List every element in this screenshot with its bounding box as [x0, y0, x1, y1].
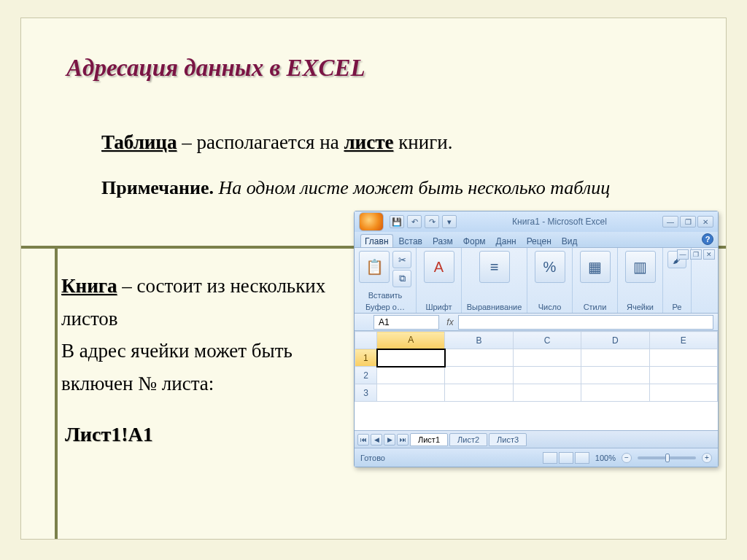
undo-icon[interactable]: ↶ — [407, 215, 422, 228]
sheet-tab-bar: ⏮ ◀ ▶ ⏭ Лист1 Лист2 Лист3 — [355, 430, 718, 448]
view-normal-icon[interactable] — [543, 452, 557, 464]
excel-window: 💾 ↶ ↷ ▾ Книга1 - Microsoft Excel — ❐ ✕ Г… — [354, 211, 719, 467]
cell[interactable] — [445, 384, 513, 402]
tab-home[interactable]: Главн — [360, 234, 393, 247]
paragraph-note: Примечание. На одном листе может быть не… — [101, 175, 670, 201]
cell[interactable] — [445, 349, 513, 367]
name-box[interactable]: A1 — [374, 315, 439, 330]
tab-data[interactable]: Данн — [492, 234, 521, 247]
office-button[interactable] — [359, 212, 384, 231]
tab-formulas[interactable]: Форм — [459, 234, 490, 247]
maximize-icon[interactable]: ❐ — [680, 216, 696, 228]
view-page-layout-icon[interactable] — [559, 452, 573, 464]
cell[interactable] — [445, 367, 513, 384]
align-icon[interactable]: ≡ — [479, 251, 510, 283]
cells-icon[interactable]: ▥ — [625, 251, 656, 283]
worksheet-grid[interactable]: A B C D E 1 2 — [355, 331, 718, 430]
col-header-e[interactable]: E — [649, 332, 717, 349]
number-icon[interactable]: % — [535, 251, 565, 283]
group-label-editing: Ре — [673, 303, 682, 311]
word-table: Таблица — [101, 131, 177, 153]
help-icon[interactable]: ? — [702, 233, 713, 245]
tab-layout[interactable]: Разм — [428, 234, 457, 247]
titlebar: 💾 ↶ ↷ ▾ Книга1 - Microsoft Excel — ❐ ✕ — [355, 211, 718, 232]
paste-label: Вставить — [368, 291, 403, 300]
redo-icon[interactable]: ↷ — [425, 215, 439, 228]
slide-title: Адресация данных в EXCEL — [66, 55, 365, 82]
cell[interactable] — [649, 349, 717, 367]
cell[interactable] — [513, 384, 581, 402]
sheet-tab-2[interactable]: Лист2 — [449, 433, 487, 446]
tab-review[interactable]: Рецен — [522, 234, 556, 247]
qat-dropdown-icon[interactable]: ▾ — [442, 215, 457, 228]
zoom-slider[interactable] — [638, 456, 696, 459]
formula-bar[interactable] — [458, 315, 713, 330]
zoom-out-icon[interactable]: − — [622, 453, 632, 463]
formula-bar-row: A1 fx — [355, 314, 718, 331]
col-header-a[interactable]: A — [377, 332, 445, 349]
paragraph-book: Книга – состоит из нескольких листов В а… — [61, 270, 338, 400]
col-header-c[interactable]: C — [513, 332, 581, 349]
save-icon[interactable]: 💾 — [390, 215, 404, 228]
window-buttons: — ❐ ✕ — [662, 216, 713, 228]
zoom-thumb[interactable] — [665, 454, 670, 462]
slide-frame: Адресация данных в EXCEL Таблица – распо… — [20, 18, 727, 540]
close-icon[interactable]: ✕ — [697, 216, 713, 228]
paste-button[interactable]: 📋 — [359, 251, 390, 283]
font-icon[interactable]: A — [424, 251, 454, 283]
cell[interactable] — [377, 367, 445, 384]
cell[interactable] — [377, 384, 445, 402]
group-label-clipboard: Буфер о… — [365, 303, 405, 311]
cell[interactable] — [581, 367, 649, 384]
group-alignment: ≡ Выравнивание — [462, 248, 527, 313]
window-title: Книга1 - Microsoft Excel — [461, 217, 658, 227]
note-label: Примечание. — [101, 177, 214, 198]
view-page-break-icon[interactable] — [575, 452, 589, 464]
fx-icon[interactable]: fx — [442, 317, 458, 327]
select-all-corner[interactable] — [355, 332, 377, 349]
sheet-nav-prev-icon[interactable]: ◀ — [371, 434, 382, 446]
group-label-font: Шрифт — [425, 303, 452, 311]
mdi-minimize-icon[interactable]: — — [677, 249, 689, 260]
word-sheet: листе — [344, 131, 393, 153]
copy-icon[interactable]: ⧉ — [392, 270, 411, 287]
col-header-b[interactable]: B — [445, 332, 513, 349]
cell-a1[interactable] — [377, 349, 445, 367]
group-label-cells: Ячейки — [627, 303, 654, 311]
mdi-close-icon[interactable]: ✕ — [703, 249, 715, 260]
note-text: На одном листе может быть несколько табл… — [214, 177, 610, 198]
text: книги. — [393, 131, 452, 153]
row-header-2[interactable]: 2 — [355, 367, 377, 384]
word-book: Книга — [61, 275, 117, 297]
cell[interactable] — [513, 367, 581, 384]
zoom-level: 100% — [595, 454, 616, 462]
cut-icon[interactable]: ✂ — [392, 251, 411, 268]
group-styles: ▦ Стили — [573, 248, 618, 313]
mdi-restore-icon[interactable]: ❐ — [690, 249, 702, 260]
sheet-nav-last-icon[interactable]: ⏭ — [397, 434, 409, 446]
styles-icon[interactable]: ▦ — [580, 251, 611, 283]
sheet-reference-example: Лист1!A1 — [65, 423, 153, 446]
sheet-tab-1[interactable]: Лист1 — [410, 433, 448, 446]
group-label-styles: Стили — [584, 303, 607, 311]
tab-view[interactable]: Вид — [557, 234, 582, 247]
group-clipboard: 📋 ✂ ⧉ Вставить Буфер о… — [355, 248, 417, 313]
view-mode-buttons — [543, 452, 589, 464]
cell[interactable] — [649, 384, 717, 402]
col-header-d[interactable]: D — [581, 332, 649, 349]
group-number: % Число — [527, 248, 573, 313]
cell[interactable] — [649, 367, 717, 384]
sheet-nav-first-icon[interactable]: ⏮ — [357, 434, 369, 446]
mdi-buttons: — ❐ ✕ — [677, 249, 715, 260]
tab-insert[interactable]: Встав — [395, 234, 427, 247]
row-header-3[interactable]: 3 — [355, 384, 377, 402]
sheet-nav-next-icon[interactable]: ▶ — [384, 434, 395, 446]
ribbon-tabs: Главн Встав Разм Форм Данн Рецен Вид — [355, 232, 718, 248]
cell[interactable] — [581, 384, 649, 402]
cell[interactable] — [581, 349, 649, 367]
sheet-tab-3[interactable]: Лист3 — [489, 433, 527, 446]
zoom-in-icon[interactable]: + — [702, 453, 712, 463]
cell[interactable] — [513, 349, 581, 367]
minimize-icon[interactable]: — — [662, 216, 678, 228]
row-header-1[interactable]: 1 — [355, 349, 377, 367]
